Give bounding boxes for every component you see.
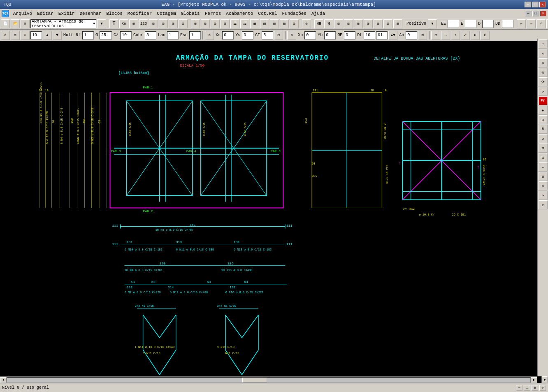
t2-final4[interactable]: ⤢	[461, 31, 470, 40]
phi-input[interactable]: 25	[100, 31, 112, 39]
tb8-button[interactable]: ⊠	[221, 19, 230, 28]
tb14-button[interactable]: ▨	[280, 19, 289, 28]
num-button[interactable]: 123	[139, 19, 148, 28]
positivo-dropdown[interactable]: ▼	[428, 19, 437, 28]
rt-btn14[interactable]: ✏	[539, 162, 548, 172]
menu-cotrel[interactable]: Cot.Rel	[255, 10, 279, 17]
status-btn2[interactable]: □	[524, 385, 530, 391]
menu-exibir[interactable]: Exibir	[56, 10, 77, 17]
menu-modificar[interactable]: Modificar	[125, 10, 154, 17]
tb10-button[interactable]: ☷	[240, 19, 249, 28]
e-input[interactable]	[465, 20, 476, 28]
rt-btn6[interactable]: ↗	[539, 87, 548, 96]
ci-input[interactable]: 5	[262, 31, 273, 39]
t2-btn1[interactable]: ⊙	[1, 31, 10, 40]
scroll-down-button[interactable]: ▼	[542, 376, 548, 383]
tb3-button[interactable]: ⊠	[169, 19, 178, 28]
hh8-button[interactable]: ⊡	[383, 19, 392, 28]
dd-input[interactable]	[502, 20, 513, 28]
bracket-left-button[interactable]: ⌐	[517, 19, 526, 28]
rt-btn8[interactable]: ◈	[539, 106, 548, 115]
an2-input[interactable]: 0	[406, 31, 417, 39]
drawing-selector[interactable]: ARMTAMPA - Armação de reservatórios ▼	[30, 19, 96, 28]
rt-btn1[interactable]: ↔	[539, 39, 548, 49]
menu-ajuda[interactable]: Ajuda	[309, 10, 327, 17]
tb12-button[interactable]: ▤	[260, 19, 269, 28]
t2-icon1[interactable]: ⊙	[205, 31, 214, 40]
hh3-button[interactable]: ⊟	[334, 19, 343, 28]
app-restore-button[interactable]: □	[532, 2, 539, 7]
bracket-right-button[interactable]: ¬	[527, 19, 536, 28]
tb7-button[interactable]: ⊡	[211, 19, 220, 28]
tb13-button[interactable]: ▥	[270, 19, 279, 28]
c-input[interactable]: 10	[120, 31, 132, 39]
app-minimize-button[interactable]: ─	[525, 2, 531, 7]
new-button[interactable]: 📄	[1, 19, 10, 28]
rt-btn13[interactable]: ⊡	[539, 153, 548, 162]
open-button[interactable]: 📂	[11, 19, 20, 28]
t2-arrows[interactable]: ▲▼	[388, 31, 397, 40]
mdi-close-button[interactable]: ✕	[540, 11, 546, 16]
tb16-button[interactable]: ⊙	[302, 19, 311, 28]
n-up-button[interactable]: ▲	[43, 31, 52, 40]
scroll-right-button[interactable]: ►	[531, 377, 537, 383]
canvas-area[interactable]: ARMAÇÃO DA TAMPA DO RESERVATÓRIO ESCALA …	[0, 41, 541, 383]
tb15-button[interactable]: ⊡	[290, 19, 299, 28]
hh2-button[interactable]: H	[324, 19, 333, 28]
tb1-button[interactable]: ⊟	[149, 19, 158, 28]
rt-btn12[interactable]: ⊟	[539, 144, 548, 153]
n-down-button[interactable]: ▼	[53, 31, 62, 40]
t2-icon3[interactable]: ⊙	[287, 31, 296, 40]
xn-button[interactable]: Xn	[119, 19, 128, 28]
xb-input[interactable]: 0	[304, 31, 316, 39]
combo-arrow-button[interactable]: ▼	[97, 19, 106, 28]
t2-btn2[interactable]: ⊞	[11, 31, 20, 40]
rt-btn4[interactable]: ◎	[539, 68, 548, 77]
df-input[interactable]: 10	[364, 31, 375, 39]
cobr-input[interactable]: 3	[145, 31, 156, 39]
oe-input[interactable]: 0	[344, 31, 355, 39]
hh4-button[interactable]: ⊡	[344, 19, 353, 28]
hh7-button[interactable]: ⊟	[374, 19, 383, 28]
menu-ferros[interactable]: Ferros	[202, 10, 224, 17]
t2-final5[interactable]: ⊳	[471, 31, 480, 40]
tb6-button[interactable]: ⊟	[201, 19, 210, 28]
mdi-minimize-button[interactable]: ─	[525, 11, 532, 16]
t2-final2[interactable]: ↔	[441, 31, 450, 40]
status-btn4[interactable]: ⊙	[539, 385, 546, 391]
rt-btn11[interactable]: ↺	[539, 134, 548, 143]
rt-btn10[interactable]: B	[539, 125, 548, 134]
ee-input[interactable]	[448, 20, 459, 28]
rt-btn18[interactable]: ⊵	[539, 200, 548, 209]
yb-input[interactable]: 0	[324, 31, 336, 39]
settings-button[interactable]: ⚙	[21, 19, 30, 28]
d-input[interactable]	[482, 20, 494, 28]
menu-desenhar[interactable]: Desenhar	[77, 10, 104, 17]
esc-input[interactable]: 1	[189, 31, 201, 39]
tb5-button[interactable]: ⊞	[191, 19, 200, 28]
rt-btn9[interactable]: ⊞	[539, 115, 548, 124]
n-input[interactable]: 19	[30, 31, 42, 39]
t2-icon2[interactable]: ⊟	[274, 31, 283, 40]
mdi-maximize-button[interactable]: □	[532, 11, 539, 16]
hh6-button[interactable]: ⊠	[364, 19, 373, 28]
ys-input[interactable]: 0	[242, 31, 253, 39]
horizontal-scroll-thumb[interactable]	[242, 378, 267, 383]
rt-btn2[interactable]: ✕	[539, 49, 548, 58]
status-btn1[interactable]: ─	[516, 385, 522, 391]
hh9-button[interactable]: ⊞	[393, 19, 402, 28]
rt-btn15[interactable]: ⊠	[539, 172, 548, 181]
app-close-button[interactable]: ✕	[539, 2, 546, 7]
lan-input[interactable]: 1	[167, 31, 179, 39]
status-btn3[interactable]: ⊞	[532, 385, 538, 391]
t2-final3[interactable]: ↕	[451, 31, 460, 40]
xs-input[interactable]: 0	[222, 31, 234, 39]
tb4-button[interactable]: ⊡	[179, 19, 188, 28]
rt-btn17[interactable]: ⊳	[539, 191, 548, 200]
menu-globais[interactable]: Globais	[179, 10, 202, 17]
text-button[interactable]: T	[109, 19, 118, 28]
check-button[interactable]: ✓	[536, 19, 546, 28]
an-input[interactable]: 01	[376, 31, 388, 39]
tb11-button[interactable]: ▦	[250, 19, 259, 28]
tb9-button[interactable]: ☰	[230, 19, 239, 28]
